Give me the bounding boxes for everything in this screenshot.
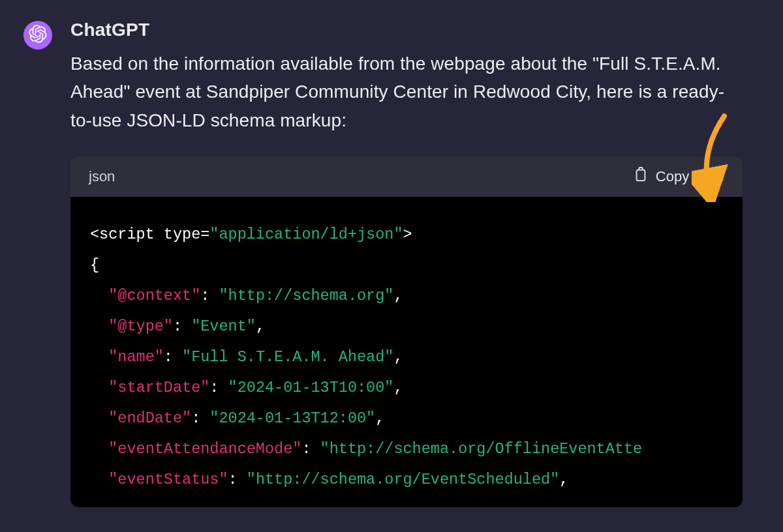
copy-code-label: Copy code [656, 168, 724, 185]
assistant-message: ChatGPT Based on the information availab… [0, 0, 783, 507]
code-block: json Copy code <script type="application… [70, 156, 743, 507]
code-block-header: json Copy code [70, 156, 743, 197]
chatgpt-logo-icon [29, 25, 47, 46]
code-body[interactable]: <script type="application/ld+json"> { "@… [70, 197, 743, 507]
code-language-label: json [89, 168, 115, 185]
message-body: Based on the information available from … [70, 50, 743, 134]
copy-code-button[interactable]: Copy code [634, 167, 724, 186]
author-name: ChatGPT [70, 20, 763, 40]
assistant-avatar [23, 21, 52, 50]
svg-rect-0 [636, 170, 645, 181]
clipboard-icon [634, 167, 648, 186]
